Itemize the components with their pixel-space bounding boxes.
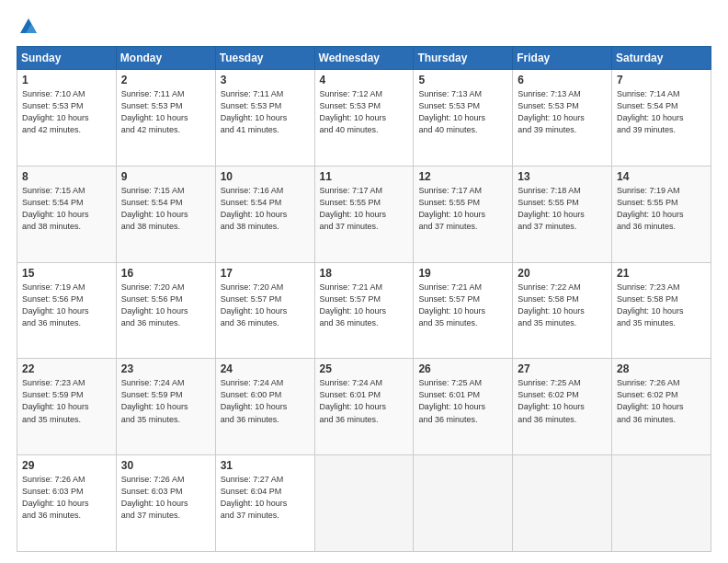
calendar-cell: 3Sunrise: 7:11 AMSunset: 5:53 PMDaylight…: [215, 70, 314, 167]
calendar-cell: 24Sunrise: 7:24 AMSunset: 6:00 PMDayligh…: [215, 359, 314, 455]
day-info: Sunrise: 7:23 AMSunset: 5:58 PMDaylight:…: [617, 282, 706, 329]
day-info: Sunrise: 7:24 AMSunset: 6:00 PMDaylight:…: [221, 377, 310, 425]
day-number: 31: [221, 459, 310, 472]
day-info: Sunrise: 7:19 AMSunset: 5:55 PMDaylight:…: [617, 185, 706, 233]
weekday-monday: Monday: [116, 47, 215, 70]
calendar-week-1: 1Sunrise: 7:10 AMSunset: 5:53 PMDaylight…: [17, 70, 711, 167]
day-info: Sunrise: 7:13 AMSunset: 5:53 PMDaylight:…: [418, 88, 507, 136]
day-info: Sunrise: 7:25 AMSunset: 6:01 PMDaylight:…: [418, 377, 507, 425]
day-info: Sunrise: 7:24 AMSunset: 6:01 PMDaylight:…: [320, 377, 409, 425]
weekday-friday: Friday: [513, 47, 612, 70]
calendar-week-2: 8Sunrise: 7:15 AMSunset: 5:54 PMDaylight…: [17, 166, 711, 262]
calendar-cell: 17Sunrise: 7:20 AMSunset: 5:57 PMDayligh…: [215, 262, 314, 359]
day-number: 5: [418, 74, 507, 86]
calendar-cell: 27Sunrise: 7:25 AMSunset: 6:02 PMDayligh…: [513, 359, 612, 455]
calendar-cell: 28Sunrise: 7:26 AMSunset: 6:02 PMDayligh…: [612, 359, 711, 455]
calendar-cell: 5Sunrise: 7:13 AMSunset: 5:53 PMDaylight…: [414, 70, 513, 167]
day-info: Sunrise: 7:18 AMSunset: 5:55 PMDaylight:…: [518, 185, 607, 233]
weekday-thursday: Thursday: [414, 47, 513, 70]
day-number: 19: [418, 267, 507, 280]
calendar-cell: 10Sunrise: 7:16 AMSunset: 5:54 PMDayligh…: [215, 166, 314, 262]
calendar-cell: 19Sunrise: 7:21 AMSunset: 5:57 PMDayligh…: [414, 262, 513, 359]
day-number: 3: [221, 74, 310, 86]
calendar-cell: 15Sunrise: 7:19 AMSunset: 5:56 PMDayligh…: [17, 262, 117, 359]
calendar-cell: 12Sunrise: 7:17 AMSunset: 5:55 PMDayligh…: [414, 166, 513, 262]
weekday-saturday: Saturday: [612, 47, 711, 70]
day-info: Sunrise: 7:20 AMSunset: 5:56 PMDaylight:…: [121, 282, 210, 329]
logo: [17, 17, 39, 37]
day-info: Sunrise: 7:27 AMSunset: 6:04 PMDaylight:…: [221, 474, 310, 522]
calendar-cell: 8Sunrise: 7:15 AMSunset: 5:54 PMDaylight…: [17, 166, 117, 262]
day-number: 28: [617, 362, 706, 375]
day-number: 23: [121, 362, 210, 375]
calendar-cell: 31Sunrise: 7:27 AMSunset: 6:04 PMDayligh…: [215, 455, 314, 552]
calendar-cell: 30Sunrise: 7:26 AMSunset: 6:03 PMDayligh…: [116, 455, 215, 552]
day-info: Sunrise: 7:19 AMSunset: 5:56 PMDaylight:…: [22, 282, 111, 329]
calendar-week-5: 29Sunrise: 7:26 AMSunset: 6:03 PMDayligh…: [17, 455, 711, 552]
day-number: 27: [518, 362, 607, 375]
weekday-sunday: Sunday: [17, 47, 117, 70]
day-number: 9: [121, 170, 210, 183]
calendar-cell: 21Sunrise: 7:23 AMSunset: 5:58 PMDayligh…: [612, 262, 711, 359]
day-number: 14: [617, 170, 706, 183]
calendar-cell: 9Sunrise: 7:15 AMSunset: 5:54 PMDaylight…: [116, 166, 215, 262]
calendar-cell: 13Sunrise: 7:18 AMSunset: 5:55 PMDayligh…: [513, 166, 612, 262]
calendar-cell: [314, 455, 414, 552]
calendar-cell: 11Sunrise: 7:17 AMSunset: 5:55 PMDayligh…: [314, 166, 414, 262]
day-info: Sunrise: 7:21 AMSunset: 5:57 PMDaylight:…: [320, 282, 409, 329]
calendar-cell: 23Sunrise: 7:24 AMSunset: 5:59 PMDayligh…: [116, 359, 215, 455]
calendar-cell: 26Sunrise: 7:25 AMSunset: 6:01 PMDayligh…: [414, 359, 513, 455]
calendar-cell: 2Sunrise: 7:11 AMSunset: 5:53 PMDaylight…: [116, 70, 215, 167]
calendar-table: SundayMondayTuesdayWednesdayThursdayFrid…: [17, 46, 711, 552]
day-info: Sunrise: 7:10 AMSunset: 5:53 PMDaylight:…: [22, 88, 111, 136]
calendar-cell: 1Sunrise: 7:10 AMSunset: 5:53 PMDaylight…: [17, 70, 117, 167]
calendar-cell: 7Sunrise: 7:14 AMSunset: 5:54 PMDaylight…: [612, 70, 711, 167]
calendar-cell: [612, 455, 711, 552]
day-number: 6: [518, 74, 607, 86]
day-info: Sunrise: 7:14 AMSunset: 5:54 PMDaylight:…: [617, 88, 706, 136]
day-info: Sunrise: 7:11 AMSunset: 5:53 PMDaylight:…: [221, 88, 310, 136]
day-info: Sunrise: 7:26 AMSunset: 6:02 PMDaylight:…: [617, 377, 706, 425]
day-info: Sunrise: 7:11 AMSunset: 5:53 PMDaylight:…: [121, 88, 210, 136]
calendar-cell: 18Sunrise: 7:21 AMSunset: 5:57 PMDayligh…: [314, 262, 414, 359]
calendar-cell: 29Sunrise: 7:26 AMSunset: 6:03 PMDayligh…: [17, 455, 117, 552]
day-info: Sunrise: 7:15 AMSunset: 5:54 PMDaylight:…: [121, 185, 210, 233]
day-number: 11: [320, 170, 409, 183]
day-info: Sunrise: 7:23 AMSunset: 5:59 PMDaylight:…: [22, 377, 111, 425]
day-info: Sunrise: 7:26 AMSunset: 6:03 PMDaylight:…: [22, 474, 111, 522]
day-number: 7: [617, 74, 706, 86]
day-info: Sunrise: 7:13 AMSunset: 5:53 PMDaylight:…: [518, 88, 607, 136]
day-number: 17: [221, 267, 310, 280]
day-info: Sunrise: 7:16 AMSunset: 5:54 PMDaylight:…: [221, 185, 310, 233]
day-info: Sunrise: 7:17 AMSunset: 5:55 PMDaylight:…: [418, 185, 507, 233]
day-number: 21: [617, 267, 706, 280]
day-info: Sunrise: 7:21 AMSunset: 5:57 PMDaylight:…: [418, 282, 507, 329]
day-number: 15: [22, 267, 111, 280]
day-info: Sunrise: 7:24 AMSunset: 5:59 PMDaylight:…: [121, 377, 210, 425]
day-number: 26: [418, 362, 507, 375]
day-info: Sunrise: 7:22 AMSunset: 5:58 PMDaylight:…: [518, 282, 607, 329]
day-number: 20: [518, 267, 607, 280]
day-number: 2: [121, 74, 210, 86]
calendar-cell: 6Sunrise: 7:13 AMSunset: 5:53 PMDaylight…: [513, 70, 612, 167]
calendar-cell: 20Sunrise: 7:22 AMSunset: 5:58 PMDayligh…: [513, 262, 612, 359]
weekday-header-row: SundayMondayTuesdayWednesdayThursdayFrid…: [17, 47, 711, 70]
day-number: 24: [221, 362, 310, 375]
weekday-tuesday: Tuesday: [215, 47, 314, 70]
day-number: 13: [518, 170, 607, 183]
day-info: Sunrise: 7:12 AMSunset: 5:53 PMDaylight:…: [320, 88, 409, 136]
calendar-week-3: 15Sunrise: 7:19 AMSunset: 5:56 PMDayligh…: [17, 262, 711, 359]
calendar-week-4: 22Sunrise: 7:23 AMSunset: 5:59 PMDayligh…: [17, 359, 711, 455]
calendar-cell: 25Sunrise: 7:24 AMSunset: 6:01 PMDayligh…: [314, 359, 414, 455]
day-number: 10: [221, 170, 310, 183]
page: SundayMondayTuesdayWednesdayThursdayFrid…: [0, 0, 728, 563]
day-number: 18: [320, 267, 409, 280]
day-number: 4: [320, 74, 409, 86]
calendar-cell: 16Sunrise: 7:20 AMSunset: 5:56 PMDayligh…: [116, 262, 215, 359]
day-number: 22: [22, 362, 111, 375]
day-info: Sunrise: 7:15 AMSunset: 5:54 PMDaylight:…: [22, 185, 111, 233]
day-number: 30: [121, 459, 210, 472]
day-number: 1: [22, 74, 111, 86]
day-info: Sunrise: 7:17 AMSunset: 5:55 PMDaylight:…: [320, 185, 409, 233]
calendar-cell: 4Sunrise: 7:12 AMSunset: 5:53 PMDaylight…: [314, 70, 414, 167]
